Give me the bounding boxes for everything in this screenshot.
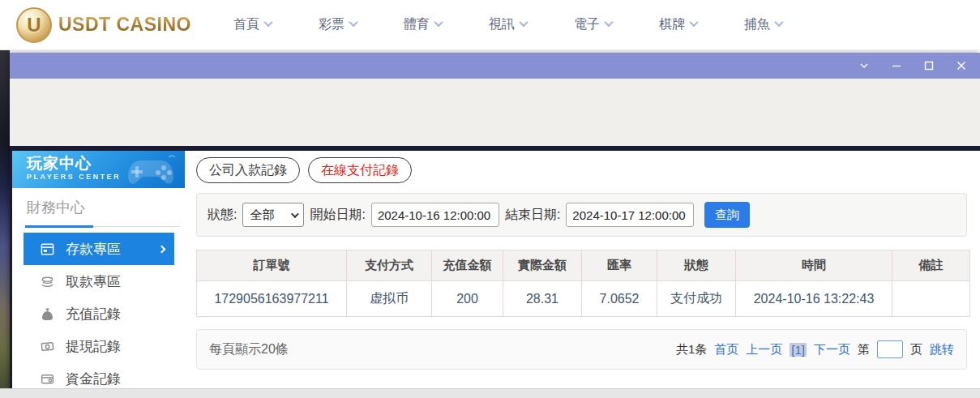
end-date-label: 結束日期:: [505, 207, 560, 224]
nav-label: 棋牌: [659, 16, 685, 33]
cell-actual-amount: 28.31: [503, 281, 582, 317]
jump-action-link[interactable]: 跳转: [930, 342, 954, 357]
chevron-down-icon: [604, 17, 613, 26]
sidebar-header: 玩家中心 PLAYERS CENTER: [12, 151, 185, 188]
pagination-panel: 每頁顯示20條 共1条 首页 上一页 [1] 下一页 第 页 跳转: [196, 329, 967, 370]
record-tabs: 公司入款記錄 在線支付記錄: [196, 157, 967, 183]
nav-label: 捕魚: [744, 16, 770, 33]
sidebar-item-withdrawal-records[interactable]: 提現記錄: [24, 330, 174, 362]
window-content: 玩家中心 PLAYERS CENTER 財務中心: [10, 151, 980, 388]
sidebar-item-label: 資金記錄: [66, 370, 121, 388]
sidebar-item-label: 存款專區: [66, 240, 121, 259]
money-bag-icon: [40, 306, 55, 322]
section-divider: [25, 225, 180, 228]
sidebar-item-deposit-zone[interactable]: 存款專區: [24, 233, 174, 265]
status-select[interactable]: 全部: [242, 203, 304, 227]
nav-label: 視訊: [489, 16, 515, 33]
col-recharge-amount: 充值金額: [432, 250, 503, 281]
page-size-text: 每頁顯示20條: [209, 341, 289, 358]
wallet-icon: [40, 371, 55, 387]
cell-time: 2024-10-16 13:22:43: [736, 281, 892, 317]
chevron-down-icon: [291, 210, 299, 218]
main-nav: 首頁 彩票 體育 視訊 電子 棋牌: [233, 16, 782, 33]
chevron-down-icon: [519, 17, 528, 26]
nav-item-sports[interactable]: 體育: [404, 16, 442, 33]
window-close-button[interactable]: [951, 57, 972, 75]
tab-online-payment-records[interactable]: 在線支付記錄: [308, 157, 412, 183]
sidebar-item-label: 取款專區: [66, 272, 121, 291]
chevron-down-icon: [689, 17, 698, 26]
pager: 共1条 首页 上一页 [1] 下一页 第 页 跳转: [676, 340, 954, 358]
status-selected-value: 全部: [250, 208, 274, 223]
cell-order-id: 1729056163977211: [197, 281, 347, 317]
sidebar-section-title: 財務中心: [12, 195, 185, 222]
page-background-sliver: [0, 50, 10, 388]
nav-label: 彩票: [319, 16, 344, 33]
page-bottom-strip: [0, 388, 980, 398]
app-root: U USDT CASINO 首頁 彩票 體育 視訊 電子: [0, 0, 980, 398]
jump-prefix-label: 第: [858, 342, 870, 357]
sidebar-item-funds-records[interactable]: 資金記錄: [24, 362, 174, 388]
deposit-icon: [40, 242, 55, 257]
cell-payment-method: 虚拟币: [347, 281, 432, 317]
window-collapse-button[interactable]: [854, 57, 875, 75]
site-logo[interactable]: U USDT CASINO: [16, 7, 191, 43]
nav-item-home[interactable]: 首頁: [233, 16, 272, 33]
prev-page-link[interactable]: 上一页: [746, 342, 782, 357]
gamepad-icon: [123, 152, 182, 188]
col-remark: 備註: [892, 250, 970, 281]
start-date-input[interactable]: [371, 203, 499, 227]
chevron-down-icon: [349, 17, 357, 26]
logo-text: USDT CASINO: [58, 14, 191, 36]
nav-item-lottery[interactable]: 彩票: [319, 16, 357, 33]
cell-recharge-amount: 200: [432, 281, 503, 317]
table-header-row: 訂單號 支付方式 充值金額 實際金額 匯率 狀態 時間 備註: [197, 250, 970, 281]
sidebar-menu: 存款專區 取款專區: [12, 233, 185, 388]
chevron-down-icon: [434, 17, 443, 26]
filter-panel: 狀態: 全部 開始日期: 結束日期: 查詢: [196, 193, 967, 237]
sidebar-body: 財務中心 存款專區: [12, 188, 185, 388]
logo-letter: U: [27, 14, 41, 36]
cell-remark: [892, 281, 970, 317]
window-blank-area: [10, 79, 980, 146]
nav-item-slots[interactable]: 電子: [574, 16, 612, 33]
sidebar-item-label: 充值記錄: [66, 305, 121, 323]
records-table: 訂單號 支付方式 充值金額 實際金額 匯率 狀態 時間 備註 172905616: [196, 250, 970, 317]
maximize-icon: [924, 61, 934, 71]
first-page-link[interactable]: 首页: [714, 342, 738, 357]
chevron-right-icon: [158, 245, 166, 253]
sidebar-item-withdraw-zone[interactable]: 取款專區: [24, 265, 174, 297]
logo-coin-icon: U: [16, 7, 52, 43]
next-page-link[interactable]: 下一页: [814, 342, 850, 357]
nav-item-boardgames[interactable]: 棋牌: [659, 16, 697, 33]
jump-suffix-label: 页: [910, 342, 922, 357]
chevron-down-icon: [774, 17, 783, 26]
window-minimize-button[interactable]: [886, 57, 907, 75]
col-time: 時間: [736, 250, 892, 281]
window-maximize-button[interactable]: [918, 57, 939, 75]
minimize-icon: [892, 61, 901, 71]
close-icon: [956, 61, 966, 71]
window-titlebar: [10, 53, 980, 79]
col-actual-amount: 實際金額: [503, 250, 582, 281]
chevron-down-icon: [858, 61, 870, 71]
current-page-indicator: [1]: [790, 343, 807, 357]
col-payment-method: 支付方式: [347, 250, 432, 281]
withdraw-icon: [40, 274, 55, 289]
end-date-input[interactable]: [566, 203, 694, 227]
col-status: 狀態: [657, 250, 736, 281]
player-center-window: 玩家中心 PLAYERS CENTER 財務中心: [10, 53, 980, 388]
nav-item-live[interactable]: 視訊: [489, 16, 527, 33]
page-jump-input[interactable]: [877, 340, 903, 358]
banknote-icon: [40, 339, 55, 354]
query-button[interactable]: 查詢: [704, 202, 750, 228]
sidebar-item-recharge-records[interactable]: 充值記錄: [24, 297, 174, 330]
chevron-down-icon: [263, 17, 272, 26]
nav-item-fishing[interactable]: 捕魚: [744, 16, 782, 33]
records-main: 公司入款記錄 在線支付記錄 狀態: 全部 開始日期: 結束日期: 查詢: [185, 151, 980, 388]
status-label: 狀態:: [208, 207, 237, 224]
col-exchange-rate: 匯率: [582, 250, 657, 281]
tab-company-deposit-records[interactable]: 公司入款記錄: [196, 157, 300, 183]
total-count-text: 共1条: [676, 342, 707, 357]
nav-label: 體育: [404, 16, 430, 33]
